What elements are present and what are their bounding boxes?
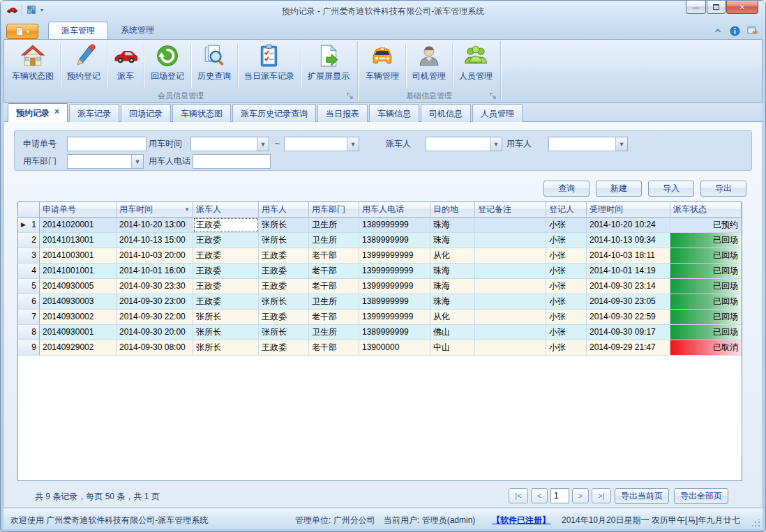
cell-use-time[interactable]: 2014-10-01 16:00 <box>117 264 193 279</box>
dispatcher-field[interactable] <box>426 137 490 151</box>
cell-destination[interactable]: 珠海 <box>430 218 475 233</box>
ribbon-button-vehicle-management[interactable]: 车辆管理 <box>359 41 405 91</box>
cell-department[interactable]: 卫生所 <box>309 233 359 248</box>
use-time-to-field[interactable] <box>285 137 347 151</box>
cell-user-phone[interactable]: 13999999999 <box>359 310 430 325</box>
column-header-vehicle-user[interactable]: 用车人 <box>259 202 309 218</box>
cell-order-no[interactable]: 20140930002 <box>40 310 117 325</box>
next-page-button[interactable]: > <box>572 488 589 503</box>
cell-registrar[interactable]: 小张 <box>546 279 587 294</box>
cell-dispatcher[interactable]: 王政委 <box>193 233 259 248</box>
cell-department[interactable]: 老干部 <box>309 248 359 264</box>
cell-destination[interactable]: 珠海 <box>430 264 475 279</box>
row-selector[interactable]: ▶1 <box>18 218 40 233</box>
cell-vehicle-user[interactable]: 王政委 <box>259 340 309 356</box>
export-current-page-button[interactable]: 导出当前页 <box>615 488 669 504</box>
chevron-down-icon[interactable]: ▼ <box>347 137 359 151</box>
cell-vehicle-user[interactable]: 张所长 <box>259 233 309 248</box>
column-header-dispatch-status[interactable]: 派车状态 <box>670 202 742 218</box>
tab-dispatch-records[interactable]: 派车记录 <box>69 104 119 122</box>
column-header-accept-time[interactable]: 受理时间 <box>587 202 670 218</box>
cell-department[interactable]: 卫生所 <box>309 294 359 310</box>
cell-order-no[interactable]: 20140930003 <box>40 294 117 310</box>
cell-register-remark[interactable] <box>475 279 546 294</box>
cell-user-phone[interactable]: 1389999999 <box>359 233 430 248</box>
phone-input[interactable] <box>193 154 271 169</box>
cell-accept-time[interactable]: 2014-10-13 09:34 <box>587 233 670 248</box>
cell-use-time[interactable]: 2014-09-30 22:00 <box>117 310 193 325</box>
row-selector[interactable]: 8 <box>18 325 40 340</box>
cell-use-time[interactable]: 2014-10-13 15:00 <box>117 233 193 248</box>
cell-accept-time[interactable]: 2014-10-01 14:19 <box>587 264 670 279</box>
cell-dispatch-status[interactable]: 已回场 <box>670 294 742 310</box>
table-row[interactable]: 2201410130012014-10-13 15:00王政委张所长卫生所138… <box>18 233 742 248</box>
cell-register-remark[interactable] <box>475 218 546 233</box>
export-button[interactable]: 导出 <box>700 181 746 197</box>
cell-dispatcher[interactable]: 张所长 <box>193 340 259 356</box>
table-row[interactable]: 5201409300052014-09-30 23:30王政委王政委老干部139… <box>18 279 742 294</box>
tab-return-records[interactable]: 回场记录 <box>121 104 171 122</box>
cell-registrar[interactable]: 小张 <box>546 294 587 310</box>
cell-register-remark[interactable] <box>475 325 546 340</box>
cell-registrar[interactable]: 小张 <box>546 264 587 279</box>
cell-registrar[interactable]: 小张 <box>546 248 587 264</box>
cell-dispatch-status[interactable]: 已回场 <box>670 233 742 248</box>
cell-dispatch-status[interactable]: 已回场 <box>670 248 742 264</box>
cell-accept-time[interactable]: 2014-09-30 09:17 <box>587 325 670 340</box>
cell-user-phone[interactable]: 1389999999 <box>359 325 430 340</box>
ribbon-button-personnel-management[interactable]: 人员管理 <box>453 41 499 91</box>
dispatcher-combo[interactable]: ▼ <box>426 137 502 151</box>
cell-dispatch-status[interactable]: 已取消 <box>670 340 742 356</box>
order-no-input[interactable] <box>67 137 147 151</box>
cell-use-time[interactable]: 2014-10-03 20:00 <box>117 248 193 264</box>
ribbon-button-vehicle-status-map[interactable]: 车辆状态图 <box>6 41 60 91</box>
dialog-launcher-icon[interactable] <box>346 92 354 100</box>
column-header-use-time[interactable]: 用车时间▼ <box>117 202 193 218</box>
table-row[interactable]: 3201410030012014-10-03 20:00王政委王政委老干部139… <box>18 248 742 264</box>
row-selector[interactable]: 3 <box>18 248 40 264</box>
about-icon[interactable] <box>747 25 758 36</box>
ribbon-button-driver-management[interactable]: 司机管理 <box>406 41 452 91</box>
order-no-field[interactable] <box>68 137 146 151</box>
ribbon-button-return-register[interactable]: 回场登记 <box>144 41 190 91</box>
chevron-down-icon[interactable]: ▼ <box>490 137 502 151</box>
close-button[interactable]: ✕ <box>726 1 758 14</box>
cell-order-no[interactable]: 20141013001 <box>40 233 117 248</box>
cell-dispatcher[interactable]: 王政委 <box>193 218 259 233</box>
ribbon-tab-dispatch-management[interactable]: 派车管理 <box>48 22 108 39</box>
cell-vehicle-user[interactable]: 王政委 <box>259 310 309 325</box>
cell-dispatch-status[interactable]: 已回场 <box>670 325 742 340</box>
cell-department[interactable]: 老干部 <box>309 310 359 325</box>
maximize-button[interactable] <box>707 1 726 14</box>
cell-order-no[interactable]: 20140929002 <box>40 340 117 356</box>
tab-vehicle-info[interactable]: 车辆信息 <box>369 104 419 122</box>
cell-department[interactable]: 老干部 <box>309 264 359 279</box>
cell-accept-time[interactable]: 2014-09-30 22:59 <box>587 310 670 325</box>
ribbon-button-history-query[interactable]: 历史查询 <box>191 41 237 91</box>
cell-user-phone[interactable]: 13999999999 <box>359 279 430 294</box>
cell-accept-time[interactable]: 2014-10-20 10:24 <box>587 218 670 233</box>
application-menu-button[interactable]: ▾ <box>6 24 38 39</box>
tab-daily-report[interactable]: 当日报表 <box>317 104 368 122</box>
table-row[interactable]: 4201410010012014-10-01 16:00王政委王政委老干部139… <box>18 264 742 279</box>
column-header-department[interactable]: 用车部门 <box>309 202 359 218</box>
cell-order-no[interactable]: 20140930005 <box>40 279 117 294</box>
cell-dispatcher[interactable]: 张所长 <box>193 325 259 340</box>
cell-order-no[interactable]: 20141003001 <box>40 248 117 264</box>
ribbon-button-today-dispatch-records[interactable]: 当日派车记录 <box>238 41 301 91</box>
phone-field[interactable] <box>193 155 270 168</box>
cell-vehicle-user[interactable]: 张所长 <box>259 294 309 310</box>
ribbon-tab-system-management[interactable]: 系统管理 <box>108 22 167 39</box>
row-selector[interactable]: 5 <box>18 279 40 294</box>
user-combo[interactable]: ▼ <box>548 137 628 151</box>
chevron-down-icon[interactable]: ▼ <box>615 137 627 151</box>
resize-grip[interactable] <box>752 519 760 527</box>
cell-dispatcher[interactable]: 张所长 <box>193 310 259 325</box>
info-icon[interactable] <box>730 26 740 36</box>
cell-destination[interactable]: 中山 <box>430 340 475 356</box>
cell-accept-time[interactable]: 2014-09-29 21:47 <box>587 340 670 356</box>
cell-use-time[interactable]: 2014-09-30 23:00 <box>117 294 193 310</box>
cell-register-remark[interactable] <box>475 340 546 356</box>
page-number-input[interactable] <box>550 488 569 503</box>
table-row[interactable]: 7201409300022014-09-30 22:00张所长王政委老干部139… <box>18 310 742 325</box>
